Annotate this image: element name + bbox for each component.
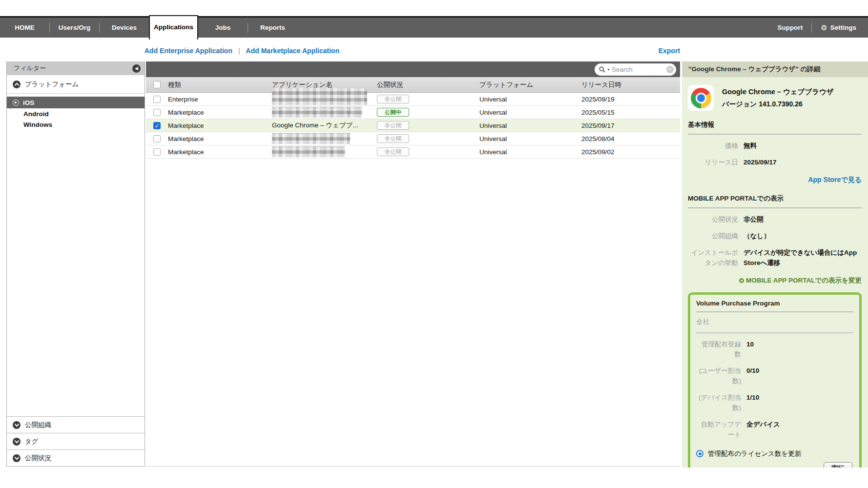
sidebar-item-windows[interactable]: Windows [7, 119, 145, 130]
info-value: 全デバイス [746, 420, 780, 440]
vpp-execute-row: 実行 [696, 462, 852, 468]
detail-app-title: Google Chrome – ウェブブラウザ [722, 87, 834, 97]
table-row[interactable]: Enterprise 非公開 Universal 2025/09/19 [146, 93, 680, 106]
detail-panel-body: Google Chrome – ウェブブラウザ バージョン 141.0.7390… [682, 77, 868, 468]
vpp-scope: 全社 [696, 312, 853, 333]
info-label: インストールボタンの挙動 [688, 248, 744, 268]
app-platform: Universal [479, 109, 581, 116]
update-license-label: 管理配布のライセンス数を更新 [708, 449, 801, 458]
info-label: 管理配布登録数 [696, 340, 746, 360]
filter-header: フィルター ◀ [7, 61, 145, 75]
status-badge: 非公開 [377, 95, 409, 103]
top-nav: HOME Users/Org Devices Applications Jobs… [0, 16, 868, 38]
update-license-radio[interactable] [696, 450, 703, 457]
info-row-install-button: インストールボタンの挙動 デバイスが特定できない場合にはApp Storeへ遷移 [688, 248, 862, 268]
table-row-selected[interactable]: ✓ Marketplace Google Chrome – ウェブブ... 非公… [146, 119, 680, 132]
vpp-heading: Volume Purchase Program [696, 300, 853, 312]
app-root: HOME Users/Org Devices Applications Jobs… [0, 0, 868, 488]
select-all-checkbox[interactable] [153, 81, 161, 88]
app-store-link[interactable]: App Storeで見る [808, 176, 862, 183]
redacted-app-name [272, 107, 362, 118]
row-checkbox[interactable] [153, 135, 161, 142]
detail-panel-title: "Google Chrome – ウェブブラウザ" の詳細 [682, 61, 868, 77]
info-value: 2025/09/17 [744, 158, 777, 168]
info-label: (ユーザー割当数) [696, 366, 746, 386]
vpp-row-user-assigned: (ユーザー割当数) 0/10 [696, 366, 853, 386]
app-released: 2025/09/17 [581, 122, 680, 129]
app-type: Marketplace [168, 122, 272, 129]
filter-group-publish-org[interactable]: 公開組織 [7, 416, 145, 433]
platform-label: Windows [23, 121, 52, 128]
filter-group-publish-status[interactable]: 公開状況 [7, 449, 145, 466]
info-label: 公開組織 [688, 231, 744, 242]
platform-label: Android [23, 110, 49, 118]
execute-button[interactable]: 実行 [824, 462, 852, 468]
table-row[interactable]: Marketplace 非公開 Universal 2025/08/04 [146, 132, 680, 145]
app-name: Google Chrome – ウェブブ... [272, 121, 377, 130]
filter-group-label: プラットフォーム [25, 80, 79, 89]
info-value: 10 [746, 340, 754, 360]
app-summary: Google Chrome – ウェブブラウザ バージョン 141.0.7390… [688, 85, 862, 111]
settings-link[interactable]: ⚙ Settings [821, 24, 856, 31]
add-marketplace-application-link[interactable]: Add Marketplace Application [246, 47, 340, 55]
info-value: 1/10 [746, 393, 759, 413]
info-value: 無料 [744, 141, 757, 151]
nav-tabs: HOME Users/Org Devices Applications Jobs… [0, 18, 297, 38]
tab-users-org[interactable]: Users/Org [50, 18, 99, 38]
info-row-price: 価格 無料 [688, 141, 862, 151]
tab-jobs[interactable]: Jobs [198, 18, 248, 38]
add-enterprise-application-link[interactable]: Add Enterprise Application [145, 47, 232, 55]
status-badge: 非公開 [377, 134, 409, 143]
table-row[interactable]: Marketplace 公開中 Universal 2025/05/15 [146, 106, 680, 119]
applications-table: ▼ ✕ 種類 アプリケーション名 公開状況 プラットフォーム リリース日時 En… [146, 61, 680, 467]
clear-search-icon[interactable]: ✕ [666, 66, 674, 73]
sidebar-item-ios[interactable]: iOS [7, 97, 145, 108]
nav-right: Support ⚙ Settings [778, 18, 868, 38]
chrome-logo-icon [691, 88, 711, 108]
chevron-down-icon [13, 454, 21, 462]
info-label: (デバイス割当数) [696, 393, 746, 413]
app-platform: Universal [479, 148, 581, 156]
info-row-release-date: リリース日 2025/09/17 [688, 158, 862, 168]
support-link[interactable]: Support [778, 24, 803, 31]
app-released: 2025/09/19 [581, 96, 680, 103]
filter-title: フィルター [14, 64, 46, 73]
portal-change-link-row: MOBILE APP PORTALでの表示を変更 [688, 276, 862, 285]
info-value: 非公開 [744, 215, 764, 225]
tab-home[interactable]: HOME [0, 18, 49, 38]
filter-group-tags[interactable]: タグ [7, 433, 145, 449]
portal-change-link[interactable]: MOBILE APP PORTALでの表示を変更 [739, 276, 862, 285]
row-checkbox[interactable] [153, 148, 161, 156]
column-header-status: 公開状況 [377, 81, 479, 89]
gear-icon: ⚙ [821, 24, 827, 31]
portal-change-label: MOBILE APP PORTALでの表示を変更 [746, 276, 862, 285]
app-type: Marketplace [168, 135, 272, 142]
tab-applications[interactable]: Applications [149, 15, 198, 40]
tab-devices[interactable]: Devices [100, 18, 149, 38]
column-header-type: 種類 [168, 81, 272, 89]
filter-group-label: タグ [25, 437, 39, 446]
row-checkbox-checked[interactable]: ✓ [153, 122, 161, 129]
info-label: リリース日 [688, 158, 744, 168]
tab-reports[interactable]: Reports [248, 18, 297, 38]
status-badge: 非公開 [377, 121, 409, 130]
table-row[interactable]: Marketplace 非公開 Universal 2025/09/02 [146, 145, 680, 159]
column-header-platform: プラットフォーム [479, 81, 581, 89]
chevron-down-icon [13, 438, 21, 446]
info-row-publish-status: 公開状況 非公開 [688, 215, 862, 225]
collapse-sidebar-button[interactable]: ◀ [132, 64, 141, 73]
search-input[interactable] [612, 66, 665, 73]
row-checkbox[interactable] [153, 109, 161, 116]
info-value: （なし） [744, 231, 770, 242]
filter-group-platform[interactable]: プラットフォーム [7, 75, 145, 94]
app-released: 2025/08/04 [581, 135, 680, 142]
search-scope-caret-icon[interactable]: ▼ [607, 68, 610, 71]
export-link[interactable]: Export [630, 47, 680, 55]
basic-info-heading: 基本情報 [688, 121, 862, 135]
app-type: Enterprise [168, 96, 272, 103]
sidebar-item-android[interactable]: Android [7, 108, 145, 119]
info-row-publish-org: 公開組織 （なし） [688, 231, 862, 242]
vpp-row-auto-update: 自動アップデート 全デバイス [696, 420, 853, 440]
row-checkbox[interactable] [153, 96, 161, 103]
app-platform: Universal [479, 96, 581, 103]
